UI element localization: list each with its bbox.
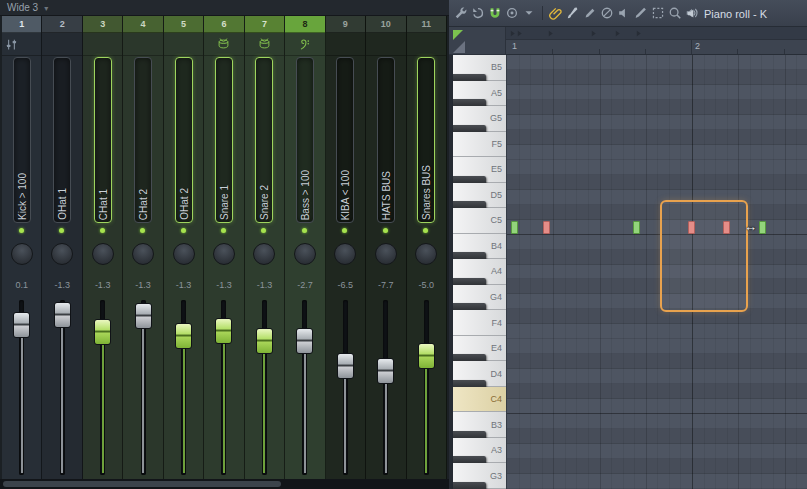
- pan-knob[interactable]: [132, 243, 154, 265]
- piano-key-C4[interactable]: C4: [453, 387, 506, 413]
- mute-led[interactable]: [181, 228, 186, 233]
- fader-handle[interactable]: [54, 302, 71, 328]
- scrollbar-handle[interactable]: [3, 481, 281, 487]
- pencil-icon[interactable]: [583, 6, 597, 20]
- midi-note-C5[interactable]: [759, 221, 766, 234]
- mute-led[interactable]: [261, 228, 266, 233]
- pan-knob[interactable]: [92, 243, 114, 265]
- volume-fader[interactable]: [407, 296, 446, 479]
- undo-icon[interactable]: [471, 6, 485, 20]
- mixer-titlebar[interactable]: Wide 3▾: [0, 0, 449, 16]
- speaker-icon[interactable]: [617, 6, 631, 20]
- slice-icon[interactable]: [634, 6, 648, 20]
- channel-number[interactable]: 11: [407, 16, 446, 33]
- note-grid[interactable]: ↔: [506, 55, 807, 489]
- pan-knob[interactable]: [253, 243, 275, 265]
- piano-key-F4[interactable]: F4: [453, 310, 506, 336]
- mute-led[interactable]: [302, 228, 307, 233]
- mixer-channel-4[interactable]: 4CHat 2-1.3: [123, 16, 163, 479]
- volume-fader[interactable]: [204, 296, 243, 479]
- channel-number[interactable]: 9: [326, 16, 365, 33]
- channel-number[interactable]: 1: [2, 16, 41, 33]
- selection-rectangle[interactable]: [660, 200, 748, 312]
- volume-fader[interactable]: [164, 296, 203, 479]
- fader-handle[interactable]: [377, 358, 394, 384]
- channel-number[interactable]: 8: [285, 16, 324, 33]
- volume-fader[interactable]: [245, 296, 284, 479]
- fader-handle[interactable]: [94, 319, 111, 345]
- volume-fader[interactable]: [42, 296, 81, 479]
- pan-knob[interactable]: [213, 243, 235, 265]
- pan-knob[interactable]: [375, 243, 397, 265]
- piano-roll-corner[interactable]: [449, 27, 506, 55]
- mixer-channel-6[interactable]: 6Snare 1-1.3: [204, 16, 244, 479]
- mute-led[interactable]: [140, 228, 145, 233]
- mute-led[interactable]: [100, 228, 105, 233]
- mixer-channel-2[interactable]: 2OHat 1-1.3: [42, 16, 82, 479]
- channel-number[interactable]: 5: [164, 16, 203, 33]
- mute-led[interactable]: [423, 228, 428, 233]
- pan-knob[interactable]: [334, 243, 356, 265]
- midi-note-C5[interactable]: [543, 221, 550, 234]
- timeline-panner[interactable]: [506, 27, 807, 40]
- glue-icon[interactable]: [549, 6, 563, 20]
- channel-number[interactable]: 6: [204, 16, 243, 33]
- volume-fader[interactable]: [2, 296, 41, 479]
- pan-knob[interactable]: [11, 243, 33, 265]
- brush-icon[interactable]: [566, 6, 580, 20]
- piano-key-C5[interactable]: C5: [453, 208, 506, 234]
- mute-led[interactable]: [221, 228, 226, 233]
- fader-handle[interactable]: [296, 328, 313, 354]
- speaker-icon[interactable]: [686, 7, 699, 20]
- fader-handle[interactable]: [215, 318, 232, 344]
- wrench-icon[interactable]: [454, 6, 468, 20]
- mixer-channel-5[interactable]: 5OHat 2-1.3: [164, 16, 204, 479]
- magnet-icon[interactable]: [488, 6, 502, 20]
- mixer-channel-11[interactable]: 11Snares BUS-5.0: [407, 16, 447, 479]
- channel-number[interactable]: 10: [366, 16, 405, 33]
- pan-knob[interactable]: [294, 243, 316, 265]
- mute-led[interactable]: [342, 228, 347, 233]
- midi-note-C5[interactable]: [633, 221, 640, 234]
- mixer-channel-1[interactable]: 1Kick > 1000.1: [2, 16, 42, 479]
- channel-number[interactable]: 3: [83, 16, 122, 33]
- pan-knob[interactable]: [415, 243, 437, 265]
- mute-icon[interactable]: [600, 6, 614, 20]
- fader-handle[interactable]: [13, 312, 30, 338]
- volume-fader[interactable]: [326, 296, 365, 479]
- mixer-channel-7[interactable]: 7Snare 2-1.3: [245, 16, 285, 479]
- pan-knob[interactable]: [51, 243, 73, 265]
- select-icon[interactable]: [651, 6, 665, 20]
- fader-handle[interactable]: [337, 353, 354, 379]
- fader-handle[interactable]: [256, 328, 273, 354]
- mixer-channel-8[interactable]: 8Bass > 100-2.7: [285, 16, 325, 479]
- midi-note-C5[interactable]: [688, 221, 695, 234]
- zoom-icon[interactable]: [668, 6, 682, 20]
- mute-led[interactable]: [383, 228, 388, 233]
- midi-note-C5[interactable]: [511, 221, 518, 234]
- fader-handle[interactable]: [175, 323, 192, 349]
- mixer-channel-3[interactable]: 3CHat 1-1.3: [83, 16, 123, 479]
- mixer-channel-10[interactable]: 10HATS BUS-7.7: [366, 16, 406, 479]
- fader-handle[interactable]: [418, 343, 435, 369]
- volume-fader[interactable]: [83, 296, 122, 479]
- volume-fader[interactable]: [285, 296, 324, 479]
- timeline-bar-numbers[interactable]: 12: [506, 40, 807, 54]
- mixer-preset-label[interactable]: Wide 3: [7, 2, 38, 13]
- midi-note-C5[interactable]: [723, 221, 730, 234]
- chevron-down-icon[interactable]: [522, 6, 536, 20]
- channel-number[interactable]: 4: [123, 16, 162, 33]
- speaker-icon[interactable]: [686, 7, 699, 20]
- target-icon[interactable]: [505, 6, 519, 20]
- channel-number[interactable]: 7: [245, 16, 284, 33]
- mixer-scrollbar[interactable]: [0, 479, 449, 489]
- volume-fader[interactable]: [366, 296, 405, 479]
- fader-handle[interactable]: [135, 303, 152, 329]
- piano-key-F5[interactable]: F5: [453, 132, 506, 158]
- pan-knob[interactable]: [173, 243, 195, 265]
- channel-number[interactable]: 2: [42, 16, 81, 33]
- mixer-channel-9[interactable]: 9KIBA < 100-6.5: [326, 16, 366, 479]
- mute-led[interactable]: [19, 228, 24, 233]
- mute-led[interactable]: [59, 228, 64, 233]
- timeline-ruler[interactable]: 12: [506, 27, 807, 55]
